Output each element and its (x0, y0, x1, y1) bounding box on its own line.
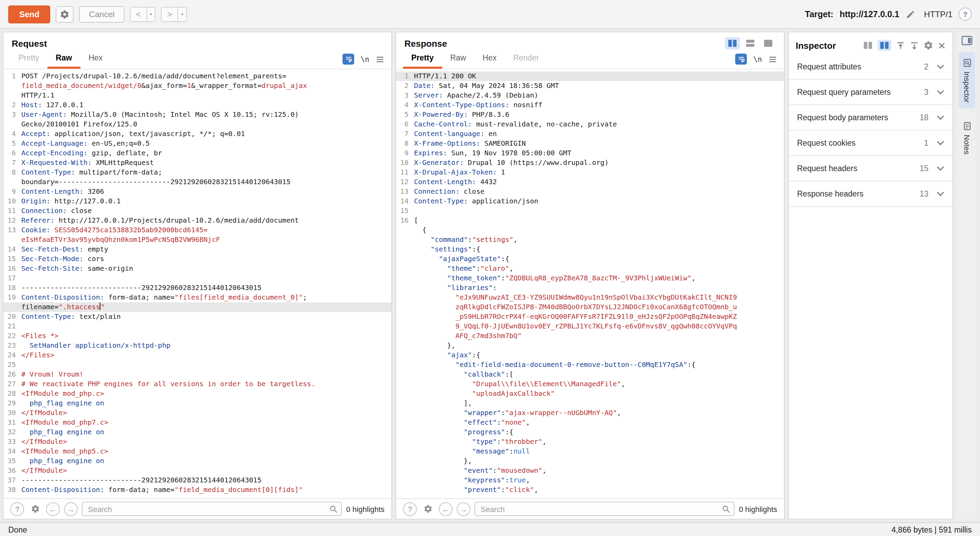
expand-all-icon[interactable] (910, 41, 919, 50)
response-editor[interactable]: 1HTTP/1.1 200 OK2Date: Sat, 04 May 2024 … (396, 70, 784, 498)
back-dropdown-icon[interactable]: ▾ (147, 6, 156, 22)
code-segment: application/json (468, 197, 538, 205)
code-segment: X-Drupal-Ajax-Token: (414, 168, 497, 176)
code-row: eIsHfaaETVr3av95yvbqQhzn0kom1P5wPcNSqB2V… (3, 235, 391, 245)
code-row: 18-----------------------------292129206… (3, 283, 391, 293)
layout-rows-icon[interactable] (743, 37, 758, 49)
inspector-section-request-headers[interactable]: Request headers 15 (789, 156, 953, 181)
request-editor[interactable]: 1POST /Projects/drupal-10.2.6/media/add/… (3, 70, 391, 498)
previous-match-icon[interactable]: ← (46, 502, 60, 516)
inspector-settings-icon[interactable] (924, 41, 933, 50)
help-icon[interactable]: ? (959, 8, 972, 21)
word-wrap-icon[interactable] (343, 54, 355, 65)
inspector-section-request-attributes[interactable]: Request attributes 2 (789, 54, 953, 80)
chevron-down-icon (937, 64, 944, 70)
tab-pretty[interactable]: Pretty (10, 49, 48, 69)
code-segment: 3206 (84, 188, 104, 195)
code-segment: "message" (472, 447, 509, 455)
send-settings-button[interactable] (56, 6, 74, 22)
line-number (396, 370, 414, 379)
edit-target-button[interactable] (905, 9, 915, 19)
code-row: 32 php_flag engine on (3, 427, 391, 437)
inspector-section-request-cookies[interactable]: Request cookies 1 (789, 130, 953, 156)
line-number (396, 447, 414, 456)
code-text: </Files> (21, 350, 391, 360)
http-version-label[interactable]: HTTP/1 (924, 9, 953, 19)
code-segment: Apache/2.4.59 (Debian) (443, 91, 538, 99)
search-help-icon[interactable]: ? (403, 502, 417, 516)
close-inspector-icon[interactable] (938, 41, 946, 49)
code-segment (414, 466, 464, 474)
next-match-icon[interactable]: → (64, 502, 78, 516)
inspector-section-response-headers[interactable]: Response headers 13 (789, 181, 953, 207)
response-search-input[interactable] (474, 502, 735, 516)
code-segment (414, 351, 447, 359)
tab-raw[interactable]: Raw (48, 49, 80, 69)
code-segment: X-Frame-Options: (414, 140, 480, 147)
forward-dropdown-icon[interactable]: ▾ (178, 6, 187, 22)
cancel-button[interactable]: Cancel (80, 6, 124, 22)
search-help-icon[interactable]: ? (10, 502, 24, 516)
back-icon[interactable]: < (130, 6, 147, 22)
show-nonprintable-icon[interactable]: \n (753, 55, 762, 63)
code-segment: boundary=---------------------------2921… (21, 178, 291, 186)
code-segment: "edit-field-media-document-0-remove-butt… (455, 361, 687, 368)
code-text (21, 360, 391, 370)
layout-single-icon[interactable] (760, 37, 776, 49)
request-search-input[interactable] (82, 502, 342, 516)
search-settings-icon[interactable] (28, 502, 42, 516)
layout-columns-icon[interactable] (725, 37, 740, 49)
editor-menu-icon[interactable] (375, 55, 385, 63)
code-text: field_media_document/widget/0&ajax_form=… (21, 81, 391, 91)
tab-raw[interactable]: Raw (442, 49, 474, 69)
code-text: }, (414, 456, 784, 466)
code-row: Gecko/20100101 Firefox/125.0 (3, 120, 391, 129)
line-number: 36 (3, 466, 21, 476)
inspector-layout-selected-icon[interactable] (878, 40, 891, 51)
code-segment: Content-Length: (21, 188, 84, 195)
inspector-section-request-body-parameters[interactable]: Request body parameters 18 (789, 105, 953, 130)
code-segment: http://127.0.0.1/Projects/drupal-10.2.6/… (54, 216, 299, 224)
inspector-section-request-query-parameters[interactable]: Request query parameters 3 (789, 80, 953, 105)
line-number (3, 177, 21, 187)
code-text: "wrapper":"ajax-wrapper--nUGbUMnY-AQ", (414, 408, 784, 418)
code-segment: "ZQDBULqR8_eypZ8eA78_8azcTM-_9V3PhljxWUe… (505, 274, 692, 282)
code-text: 9_VQqLf0-JjUEwn8U1ov0EY_rZPBLJ1Yc7KLFsfq… (414, 322, 784, 331)
code-text: "theme_token":"ZQDBULqR8_eypZ8eA78_8azcT… (414, 273, 784, 283)
editor-menu-icon[interactable] (768, 55, 777, 63)
tab-hex[interactable]: Hex (80, 49, 111, 69)
code-segment: SetHandler application/x-httpd-php (30, 341, 170, 349)
code-segment: Content-Disposition: (21, 293, 104, 301)
tab-hex[interactable]: Hex (474, 49, 505, 69)
side-tab-notes[interactable]: Notes (959, 116, 975, 161)
next-match-icon[interactable]: → (457, 502, 470, 516)
code-row: 1HTTP/1.1 200 OK (396, 71, 784, 81)
line-number: 8 (396, 139, 414, 148)
search-settings-icon[interactable] (421, 502, 434, 516)
code-row: 23 SetHandler application/x-httpd-php (3, 341, 391, 350)
code-row: 3User-Agent: Mozilla/5.0 (Macintosh; Int… (3, 110, 391, 120)
code-segment: php_flag engine on (30, 457, 104, 465)
code-segment: "theme_token" (447, 274, 501, 282)
code-segment: X-Powered-By: (414, 111, 468, 118)
history-forward-button[interactable]: >▾ (161, 6, 187, 22)
code-segment: must-revalidate, no-cache, private (472, 120, 617, 128)
tab-pretty[interactable]: Pretty (403, 49, 442, 69)
code-segment: Content-Type: (21, 312, 75, 320)
previous-match-icon[interactable]: ← (439, 502, 452, 516)
show-nonprintable-icon[interactable]: \n (361, 55, 369, 63)
tab-render[interactable]: Render (505, 49, 547, 69)
history-back-button[interactable]: <▾ (130, 6, 156, 22)
word-wrap-icon[interactable] (735, 54, 747, 65)
inspector-layout-columns-icon[interactable] (863, 41, 873, 49)
code-segment: }, (414, 341, 455, 349)
code-segment: 9_VQqLf0-JjUEwn8U1ov0EY_rZPBLJ1Yc7KLFsfq… (455, 322, 737, 330)
dock-panel-icon[interactable] (961, 36, 972, 45)
code-segment: SAMEORIGIN (480, 140, 526, 147)
collapse-all-icon[interactable] (896, 41, 905, 50)
forward-icon[interactable]: > (161, 6, 178, 22)
code-segment: "settings" (472, 236, 513, 243)
send-button[interactable]: Send (8, 5, 51, 23)
code-segment (414, 409, 464, 416)
side-tab-inspector[interactable]: Inspector (959, 52, 975, 109)
